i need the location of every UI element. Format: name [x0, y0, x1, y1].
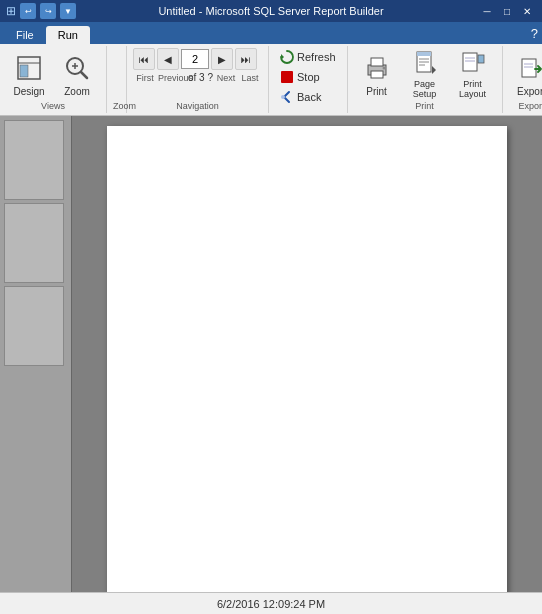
main-area	[0, 116, 542, 592]
print-button[interactable]: Print	[354, 48, 400, 100]
window-controls: ─ □ ✕	[478, 3, 536, 19]
svg-point-9	[281, 95, 285, 99]
nav-row-top: ⏮ ◀ ▶ ⏭	[133, 48, 262, 70]
print-layout-label: PrintLayout	[459, 79, 486, 99]
ribbon-group-actions: Refresh Stop Back	[269, 46, 348, 113]
svg-rect-12	[371, 71, 383, 78]
back-icon	[280, 90, 294, 104]
print-layout-button[interactable]: PrintLayout	[450, 48, 496, 100]
export-icon	[516, 52, 542, 84]
last-button[interactable]: ⏭	[235, 48, 257, 70]
svg-rect-8	[281, 71, 293, 83]
ribbon-group-print: Print PageSetup	[348, 46, 503, 113]
thumbnail-panel	[0, 116, 72, 592]
first-button[interactable]: ⏮	[133, 48, 155, 70]
next-label: Next	[215, 73, 237, 83]
svg-rect-20	[463, 53, 477, 71]
page-setup-icon	[409, 49, 441, 77]
print-icon	[361, 52, 393, 84]
page-setup-button[interactable]: PageSetup	[402, 48, 448, 100]
minimize-btn[interactable]: ─	[478, 3, 496, 19]
customize-btn[interactable]: ▼	[60, 3, 76, 19]
svg-rect-15	[417, 52, 431, 56]
ribbon-group-zoom: Zoom	[107, 46, 127, 113]
ribbon-group-navigation: ⏮ ◀ ▶ ⏭ First Previous of 3 ? Next Last …	[127, 46, 269, 113]
thumbnail-page-3[interactable]	[4, 286, 64, 366]
ribbon-group-views: Design Zoom Views	[0, 46, 107, 113]
maximize-btn[interactable]: □	[498, 3, 516, 19]
refresh-label: Refresh	[297, 51, 336, 63]
svg-marker-7	[281, 54, 284, 60]
thumbnail-page-1[interactable]	[4, 120, 64, 200]
last-label: Last	[239, 73, 261, 83]
ribbon: Design Zoom Views Zoom	[0, 44, 542, 116]
print-label: Print	[366, 86, 387, 97]
svg-line-4	[81, 72, 87, 78]
svg-rect-24	[522, 59, 536, 77]
status-bar: 6/2/2016 12:09:24 PM	[0, 592, 542, 614]
back-label: Back	[297, 91, 321, 103]
design-button[interactable]: Design	[6, 48, 52, 100]
refresh-icon	[280, 50, 294, 64]
page-of-text: of 3 ?	[188, 72, 213, 83]
previous-button[interactable]: ◀	[157, 48, 179, 70]
ribbon-tabs: File Run ?	[0, 22, 542, 44]
status-text: 6/2/2016 12:09:24 PM	[217, 598, 325, 610]
title-bar-left: ⊞ ↩ ↪ ▼	[6, 3, 76, 19]
next-button[interactable]: ▶	[211, 48, 233, 70]
thumbnail-page-2[interactable]	[4, 203, 64, 283]
window-title: Untitled - Microsoft SQL Server Report B…	[158, 5, 383, 17]
svg-point-13	[382, 66, 385, 69]
undo-btn[interactable]: ↩	[20, 3, 36, 19]
first-label: First	[134, 73, 156, 83]
export-label: Export	[517, 86, 542, 97]
title-bar: ⊞ ↩ ↪ ▼ Untitled - Microsoft SQL Server …	[0, 0, 542, 22]
export-button[interactable]: Export	[509, 48, 542, 100]
svg-rect-2	[20, 65, 28, 77]
stop-icon	[280, 70, 294, 84]
print-group-label: Print	[354, 101, 496, 113]
export-group-label: Export	[509, 101, 542, 113]
previous-label: Previous	[158, 73, 186, 83]
svg-rect-11	[371, 58, 383, 66]
close-btn[interactable]: ✕	[518, 3, 536, 19]
document-page	[107, 126, 507, 592]
refresh-button[interactable]: Refresh	[275, 48, 341, 66]
zoom-icon	[61, 52, 93, 84]
redo-btn[interactable]: ↪	[40, 3, 56, 19]
page-setup-label: PageSetup	[413, 79, 437, 99]
print-layout-icon	[457, 49, 489, 77]
design-label: Design	[13, 86, 44, 97]
zoom-button[interactable]: Zoom	[54, 48, 100, 100]
stop-label: Stop	[297, 71, 320, 83]
svg-rect-23	[478, 55, 484, 63]
back-button[interactable]: Back	[275, 88, 326, 106]
document-area	[72, 116, 542, 592]
svg-marker-19	[432, 66, 436, 74]
views-group-label: Views	[6, 101, 100, 113]
zoom-group-label: Zoom	[113, 101, 120, 113]
navigation-group-label: Navigation	[133, 101, 262, 113]
views-content: Design Zoom	[6, 48, 100, 101]
ribbon-group-export: Export Export	[503, 46, 542, 113]
tab-file[interactable]: File	[4, 26, 46, 44]
page-number-input[interactable]	[181, 49, 209, 69]
help-icon[interactable]: ?	[531, 26, 538, 41]
zoom-label: Zoom	[64, 86, 90, 97]
tab-run[interactable]: Run	[46, 26, 90, 44]
nav-row-labels: First Previous of 3 ? Next Last	[133, 72, 262, 83]
stop-button[interactable]: Stop	[275, 68, 325, 86]
design-icon	[13, 52, 45, 84]
nav-content: ⏮ ◀ ▶ ⏭ First Previous of 3 ? Next Last	[133, 48, 262, 101]
